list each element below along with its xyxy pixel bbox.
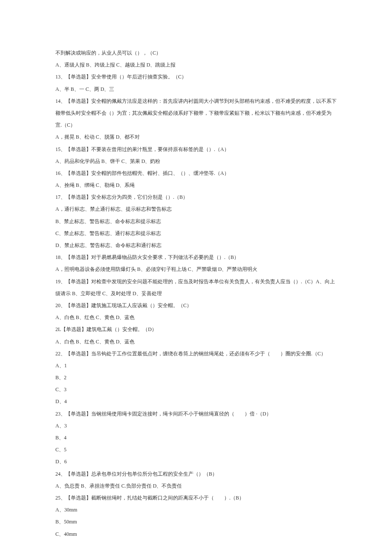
text-line: A、拴绳 B、绑绳 C、勒绳 D、系绳 bbox=[55, 179, 337, 191]
text-line: 14、【单选题】安全帽的佩戴方法应是这样的：首先应讲内衬圆周大小调节到对头部稍有… bbox=[55, 95, 337, 131]
text-line: 15、【单选题】不要装在曾用过的果汁瓶里，要保持原有标签的是（）.（A） bbox=[55, 143, 337, 155]
text-line: 23、【单选题】当钢丝绳使用绳卡固定连接时，绳卡间距不小于钢丝绳直径的（ ）倍 … bbox=[55, 408, 337, 420]
text-line: A，通行标志、禁止通行标志、提示标志和警告标志 bbox=[55, 203, 337, 215]
text-line: B、4 bbox=[55, 432, 337, 444]
text-line: A，摇晃 B、松动 C、脱落 D、都不对 bbox=[55, 131, 337, 143]
text-line: 17、【单选题】安全标志分为四类，它们分别是（）.（B） bbox=[55, 191, 337, 203]
text-line: 16、【单选题】安全帽的部件包括帽壳、帽衬、插口、（）、缓冲垫等.（A） bbox=[55, 167, 337, 179]
text-line: A、半 B、一 C、两 D、三 bbox=[55, 83, 337, 95]
document-body: 不到解决或响应的，从业人员可以（），（C）A、逐级人报 B、跨级上报 C、越级上… bbox=[55, 47, 337, 540]
text-line: 22、【单选题】当吊钩处于工作位置最低点时，缠绕在卷筒上的钢丝绳尾处，还必须有不… bbox=[55, 348, 337, 360]
text-line: 18、【单选题】对于易燃易爆物品防火安全要求，下列做法不必要的是（）.（B） bbox=[55, 251, 337, 263]
text-line: A、白色 B、红色 C、黄色 D、蓝色 bbox=[55, 311, 337, 323]
text-line: B、2 bbox=[55, 372, 337, 384]
text-line: C、3 bbox=[55, 384, 337, 395]
text-line: A、药品和化学药品 B、饼干 C、第果 D、奶粉 bbox=[55, 155, 337, 167]
text-line: B、禁止标志、警告标志、命令标志和提示标志 bbox=[55, 215, 337, 227]
text-line: A、负总责 B、承担连带责任 C.负部分责任 D、不负责任 bbox=[55, 480, 337, 492]
text-line: D、4 bbox=[55, 395, 337, 407]
text-line: 19、【单选题】对检查中发现的安全问题不能处理的，应当及时报告本单位有关负责人，… bbox=[55, 276, 337, 299]
text-line: 2L【单选题】建筑电工戴（）安全帽。（D） bbox=[55, 323, 337, 335]
text-line: A、逐级人报 B、跨级上报 C、越级上报 D、跳级上报 bbox=[55, 59, 337, 71]
text-line: A、30mm bbox=[55, 504, 337, 516]
text-line: 20、【单选题】建筑施工现场工人应该戴（）安全帽。（C） bbox=[55, 299, 337, 311]
text-line: A，照明电器设备必须使用防爆灯头 B、必须穿钉子鞋上场 C、严禁吸烟 D、严禁动… bbox=[55, 263, 337, 275]
text-line: 25、【单选题】截断钢丝绳时，扎结处与截断口之间的距离应不小于（ ）.（B） bbox=[55, 492, 337, 504]
text-line: C、5 bbox=[55, 444, 337, 456]
text-line: A、3 bbox=[55, 420, 337, 432]
text-line: A、1 bbox=[55, 360, 337, 372]
text-line: D、禁止标志、警告标志、命令标志和通行标志 bbox=[55, 239, 337, 251]
text-line: C、禁止标志、警告标志、通行标志和提示标志 bbox=[55, 227, 337, 239]
text-line: 13、【单选题】安全带使用（）年后进行抽查实验。（C） bbox=[55, 71, 337, 83]
text-line: B、50mm bbox=[55, 516, 337, 528]
text-line: D、6 bbox=[55, 456, 337, 468]
text-line: C、40mm bbox=[55, 528, 337, 540]
text-line: A、白色 B、红色 C、黄色 D、蓝色 bbox=[55, 336, 337, 348]
text-line: 不到解决或响应的，从业人员可以（），（C） bbox=[55, 47, 337, 59]
text-line: 24、【单选题】总承包单位对分包单位所分包工程的安全生产（）（B） bbox=[55, 468, 337, 480]
